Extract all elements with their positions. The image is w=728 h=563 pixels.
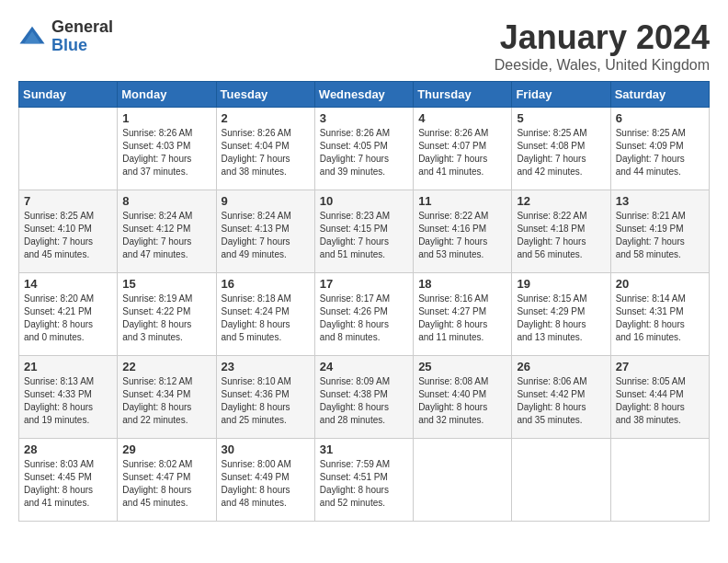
day-info: Sunrise: 8:16 AM Sunset: 4:27 PM Dayligh… [418, 293, 506, 344]
column-header-thursday: Thursday [414, 82, 512, 108]
day-number: 19 [517, 277, 605, 291]
calendar-cell: 2Sunrise: 8:26 AM Sunset: 4:04 PM Daylig… [216, 108, 314, 190]
calendar-cell: 25Sunrise: 8:08 AM Sunset: 4:40 PM Dayli… [414, 356, 512, 439]
day-number: 1 [122, 111, 210, 125]
day-info: Sunrise: 8:22 AM Sunset: 4:16 PM Dayligh… [418, 210, 506, 261]
day-number: 2 [222, 111, 310, 125]
title-section: January 2024 Deeside, Wales, United King… [495, 18, 710, 74]
day-info: Sunrise: 8:00 AM Sunset: 4:49 PM Dayligh… [222, 458, 310, 510]
calendar-cell: 7Sunrise: 8:25 AM Sunset: 4:10 PM Daylig… [19, 190, 118, 273]
calendar-cell [512, 439, 610, 522]
column-header-friday: Friday [512, 82, 610, 108]
day-number: 27 [616, 360, 704, 373]
day-number: 26 [517, 360, 605, 373]
day-number: 8 [122, 194, 210, 208]
day-info: Sunrise: 8:06 AM Sunset: 4:42 PM Dayligh… [517, 375, 605, 427]
day-number: 16 [222, 277, 310, 291]
day-number: 6 [616, 111, 704, 125]
column-header-monday: Monday [118, 82, 216, 108]
calendar-cell: 12Sunrise: 8:22 AM Sunset: 4:18 PM Dayli… [512, 190, 610, 273]
week-row-5: 28Sunrise: 8:03 AM Sunset: 4:45 PM Dayli… [19, 439, 710, 522]
calendar-cell: 8Sunrise: 8:24 AM Sunset: 4:12 PM Daylig… [118, 190, 216, 273]
day-number: 17 [320, 277, 408, 291]
day-info: Sunrise: 8:22 AM Sunset: 4:18 PM Dayligh… [517, 210, 605, 261]
day-info: Sunrise: 8:15 AM Sunset: 4:29 PM Dayligh… [517, 293, 605, 344]
day-number: 21 [24, 360, 112, 373]
day-info: Sunrise: 8:25 AM Sunset: 4:09 PM Dayligh… [616, 127, 704, 178]
calendar-cell: 23Sunrise: 8:10 AM Sunset: 4:36 PM Dayli… [216, 356, 314, 439]
day-number: 18 [418, 277, 506, 291]
calendar-cell: 5Sunrise: 8:25 AM Sunset: 4:08 PM Daylig… [512, 108, 610, 190]
day-number: 29 [122, 442, 210, 456]
calendar-table: SundayMondayTuesdayWednesdayThursdayFrid… [18, 81, 710, 522]
calendar-cell: 15Sunrise: 8:19 AM Sunset: 4:22 PM Dayli… [118, 273, 216, 356]
week-row-2: 7Sunrise: 8:25 AM Sunset: 4:10 PM Daylig… [19, 190, 710, 273]
day-info: Sunrise: 8:25 AM Sunset: 4:10 PM Dayligh… [24, 210, 112, 261]
day-info: Sunrise: 8:02 AM Sunset: 4:47 PM Dayligh… [122, 458, 210, 510]
day-info: Sunrise: 8:23 AM Sunset: 4:15 PM Dayligh… [320, 210, 408, 261]
calendar-cell [610, 439, 709, 522]
day-info: Sunrise: 8:20 AM Sunset: 4:21 PM Dayligh… [24, 293, 112, 344]
day-info: Sunrise: 8:21 AM Sunset: 4:19 PM Dayligh… [616, 210, 704, 261]
calendar-cell: 28Sunrise: 8:03 AM Sunset: 4:45 PM Dayli… [19, 439, 118, 522]
calendar-cell [19, 108, 118, 190]
day-info: Sunrise: 8:13 AM Sunset: 4:33 PM Dayligh… [24, 375, 112, 427]
day-number: 30 [222, 442, 310, 456]
calendar-cell: 26Sunrise: 8:06 AM Sunset: 4:42 PM Dayli… [512, 356, 610, 439]
calendar-cell: 17Sunrise: 8:17 AM Sunset: 4:26 PM Dayli… [314, 273, 413, 356]
day-number: 22 [122, 360, 210, 373]
day-number: 3 [320, 111, 408, 125]
calendar-cell: 13Sunrise: 8:21 AM Sunset: 4:19 PM Dayli… [610, 190, 709, 273]
calendar-cell: 14Sunrise: 8:20 AM Sunset: 4:21 PM Dayli… [19, 273, 118, 356]
day-info: Sunrise: 7:59 AM Sunset: 4:51 PM Dayligh… [320, 458, 408, 510]
calendar-cell: 19Sunrise: 8:15 AM Sunset: 4:29 PM Dayli… [512, 273, 610, 356]
day-number: 23 [222, 360, 310, 373]
day-number: 5 [517, 111, 605, 125]
day-info: Sunrise: 8:03 AM Sunset: 4:45 PM Dayligh… [24, 458, 112, 510]
day-number: 12 [517, 194, 605, 208]
day-number: 20 [616, 277, 704, 291]
calendar-cell: 30Sunrise: 8:00 AM Sunset: 4:49 PM Dayli… [216, 439, 314, 522]
day-info: Sunrise: 8:05 AM Sunset: 4:44 PM Dayligh… [616, 375, 704, 427]
day-number: 4 [418, 111, 506, 125]
day-info: Sunrise: 8:26 AM Sunset: 4:04 PM Dayligh… [222, 127, 310, 178]
calendar-cell: 3Sunrise: 8:26 AM Sunset: 4:05 PM Daylig… [314, 108, 413, 190]
day-number: 9 [222, 194, 310, 208]
day-info: Sunrise: 8:26 AM Sunset: 4:07 PM Dayligh… [418, 127, 506, 178]
day-info: Sunrise: 8:26 AM Sunset: 4:05 PM Dayligh… [320, 127, 408, 178]
day-info: Sunrise: 8:24 AM Sunset: 4:12 PM Dayligh… [122, 210, 210, 261]
logo-general-text: General [51, 18, 113, 37]
column-header-sunday: Sunday [19, 82, 118, 108]
day-info: Sunrise: 8:26 AM Sunset: 4:03 PM Dayligh… [122, 127, 210, 178]
calendar-cell: 31Sunrise: 7:59 AM Sunset: 4:51 PM Dayli… [314, 439, 413, 522]
day-number: 7 [24, 194, 112, 208]
day-info: Sunrise: 8:24 AM Sunset: 4:13 PM Dayligh… [222, 210, 310, 261]
calendar-cell: 9Sunrise: 8:24 AM Sunset: 4:13 PM Daylig… [216, 190, 314, 273]
logo-icon [18, 23, 46, 51]
day-number: 25 [418, 360, 506, 373]
day-number: 11 [418, 194, 506, 208]
calendar-header-row: SundayMondayTuesdayWednesdayThursdayFrid… [19, 82, 710, 108]
month-title: January 2024 [495, 18, 710, 57]
column-header-wednesday: Wednesday [314, 82, 413, 108]
column-header-saturday: Saturday [610, 82, 709, 108]
calendar-cell: 6Sunrise: 8:25 AM Sunset: 4:09 PM Daylig… [610, 108, 709, 190]
week-row-4: 21Sunrise: 8:13 AM Sunset: 4:33 PM Dayli… [19, 356, 710, 439]
day-number: 14 [24, 277, 112, 291]
calendar-cell: 27Sunrise: 8:05 AM Sunset: 4:44 PM Dayli… [610, 356, 709, 439]
day-info: Sunrise: 8:19 AM Sunset: 4:22 PM Dayligh… [122, 293, 210, 344]
calendar-cell: 20Sunrise: 8:14 AM Sunset: 4:31 PM Dayli… [610, 273, 709, 356]
calendar-cell: 16Sunrise: 8:18 AM Sunset: 4:24 PM Dayli… [216, 273, 314, 356]
column-header-tuesday: Tuesday [216, 82, 314, 108]
calendar-cell: 24Sunrise: 8:09 AM Sunset: 4:38 PM Dayli… [314, 356, 413, 439]
calendar-cell: 11Sunrise: 8:22 AM Sunset: 4:16 PM Dayli… [414, 190, 512, 273]
day-info: Sunrise: 8:25 AM Sunset: 4:08 PM Dayligh… [517, 127, 605, 178]
week-row-3: 14Sunrise: 8:20 AM Sunset: 4:21 PM Dayli… [19, 273, 710, 356]
logo-text: General Blue [51, 18, 113, 55]
day-info: Sunrise: 8:10 AM Sunset: 4:36 PM Dayligh… [222, 375, 310, 427]
day-info: Sunrise: 8:17 AM Sunset: 4:26 PM Dayligh… [320, 293, 408, 344]
day-info: Sunrise: 8:12 AM Sunset: 4:34 PM Dayligh… [122, 375, 210, 427]
calendar-cell: 22Sunrise: 8:12 AM Sunset: 4:34 PM Dayli… [118, 356, 216, 439]
calendar-cell: 1Sunrise: 8:26 AM Sunset: 4:03 PM Daylig… [118, 108, 216, 190]
calendar-cell: 18Sunrise: 8:16 AM Sunset: 4:27 PM Dayli… [414, 273, 512, 356]
